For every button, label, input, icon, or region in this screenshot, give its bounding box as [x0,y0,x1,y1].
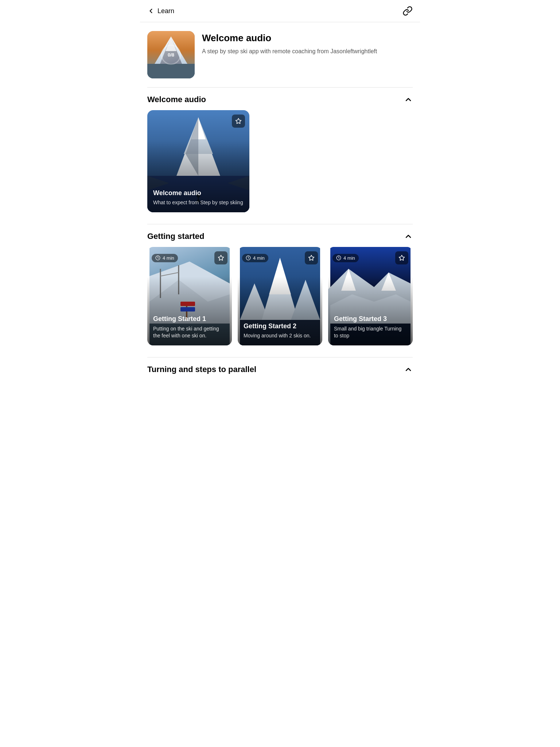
gs1-time-text: 4 min [163,255,174,261]
getting-started-chevron-icon [404,232,413,241]
back-arrow-icon [147,7,155,15]
gs2-time-text: 4 min [253,255,265,261]
gs2-top-bar: 4 min [242,251,318,264]
gs3-desc: Small and big triangle Turning to stop [334,325,407,340]
star-icon [398,255,405,261]
star-icon [308,255,315,261]
hero-info: Welcome audio A step by step ski app wit… [202,31,413,56]
turning-title: Turning and steps to parallel [147,365,256,374]
share-link-button[interactable] [402,6,413,16]
welcome-audio-card-desc: What to expect from Step by step skiing [153,199,244,206]
gs2-time-badge: 4 min [242,254,268,262]
gs1-star-button[interactable] [214,251,228,264]
welcome-audio-chevron-icon [404,95,413,104]
clock-icon [155,255,160,260]
gs3-star-button[interactable] [395,251,408,264]
link-icon [402,6,413,16]
gs1-top-bar: 4 min [152,251,228,264]
getting-started-2-card[interactable]: 4 min Getting Started 2 Moving around wi… [238,247,322,345]
clock-icon [246,255,251,260]
clock-icon [336,255,341,260]
welcome-audio-top-bar [152,115,245,128]
turning-section: Turning and steps to parallel [140,357,420,380]
gs3-top-bar: 4 min [332,251,408,264]
gs1-desc: Putting on the ski and getting the feel … [153,325,226,340]
gs2-star-button[interactable] [305,251,318,264]
gs2-content: Getting Started 2 Moving around with 2 s… [238,317,322,345]
gs3-content: Getting Started 3 Small and big triangle… [328,309,413,345]
turning-header[interactable]: Turning and steps to parallel [147,357,413,380]
getting-started-section: Getting started [140,224,420,348]
gs2-label: Getting Started 2 [244,322,316,330]
hero-section: 0/8 Welcome audio A step by step ski app… [140,22,420,87]
star-icon [235,118,242,124]
star-icon [218,255,224,261]
hero-title: Welcome audio [202,32,413,44]
svg-marker-19 [236,119,241,124]
svg-marker-48 [399,255,404,260]
welcome-audio-card-label: Welcome audio [153,189,244,197]
gs1-time-badge: 4 min [152,254,178,262]
gs1-content: Getting Started 1 Putting on the ski and… [147,309,232,345]
back-label: Learn [158,7,174,15]
svg-marker-39 [308,255,314,260]
back-button[interactable]: Learn [147,7,174,15]
hero-thumbnail[interactable]: 0/8 [147,31,195,78]
app-header: Learn [140,0,420,22]
gs3-time-badge: 4 min [332,254,359,262]
welcome-audio-section: Welcome audio [140,87,420,215]
welcome-audio-title: Welcome audio [147,95,206,104]
gs2-desc: Moving around with 2 skis on. [244,332,316,340]
gs3-label: Getting Started 3 [334,315,407,323]
welcome-audio-cards: Welcome audio What to expect from Step b… [147,110,413,215]
gs3-time-text: 4 min [343,255,355,261]
getting-started-cards: 4 min Getting Started 1 Putting on the s… [147,247,413,348]
welcome-audio-star-button[interactable] [232,115,245,128]
getting-started-header[interactable]: Getting started [147,224,413,247]
welcome-audio-card[interactable]: Welcome audio What to expect from Step b… [147,110,249,212]
welcome-audio-header[interactable]: Welcome audio [147,87,413,110]
getting-started-3-card[interactable]: 4 min Getting Started 3 Small and big tr… [328,247,413,345]
progress-text: 0/8 [168,52,174,58]
svg-marker-31 [218,255,223,260]
gs1-label: Getting Started 1 [153,315,226,323]
welcome-audio-content: Welcome audio What to expect from Step b… [147,183,249,212]
hero-subtitle: A step by step ski app with remote coach… [202,47,413,55]
getting-started-title: Getting started [147,232,204,241]
getting-started-1-card[interactable]: 4 min Getting Started 1 Putting on the s… [147,247,232,345]
turning-chevron-icon [404,365,413,374]
